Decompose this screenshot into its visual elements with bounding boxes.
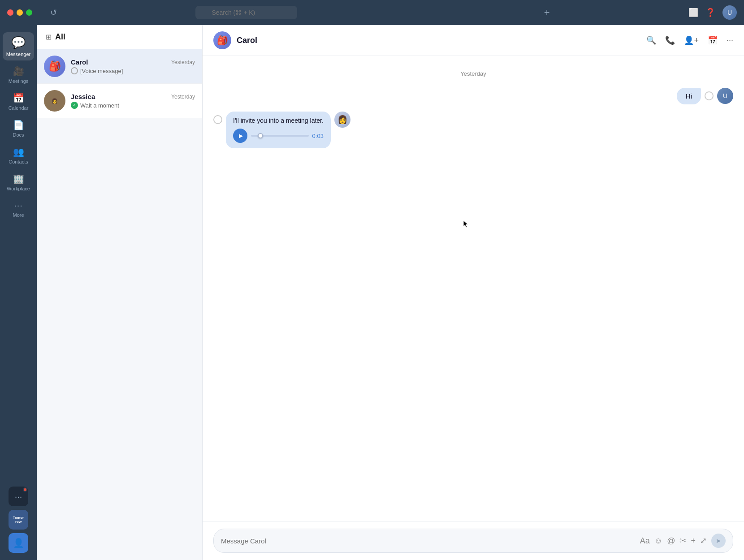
jessica-name: Jessica <box>71 93 95 100</box>
conv-header: ⊞ All <box>37 25 202 49</box>
profile-bottom-button[interactable]: 👤 <box>9 533 28 553</box>
send-icon: ➤ <box>716 537 721 544</box>
tomorrow-button[interactable]: Tomor row <box>9 510 28 530</box>
carol-avatar-icon: 🎒 <box>49 60 61 72</box>
hi-radio <box>705 91 714 100</box>
sidebar-bottom: ··· Tomor row 👤 <box>9 487 28 553</box>
carol-preview: [Voice message] <box>71 67 195 74</box>
sidebar-item-contacts[interactable]: 👥 Contacts <box>3 143 34 168</box>
conv-header-title: All <box>55 32 65 42</box>
voice-bubble: I'll invite you into a meeting later. ▶ … <box>226 112 331 148</box>
jessica-preview-text: Wait a moment <box>80 102 119 109</box>
screen-share-icon[interactable]: ⬜ <box>688 8 698 17</box>
messages-area: Yesterday U Hi I'll invite you into a me… <box>203 56 744 521</box>
chat-badge-wrap: ··· <box>9 487 28 506</box>
jessica-info: Jessica Yesterday ✓ Wait a moment <box>71 93 195 109</box>
carol-preview-text: [Voice message] <box>80 68 123 74</box>
message-input[interactable] <box>221 537 636 545</box>
calendar-chat-icon[interactable]: 📅 <box>708 35 718 45</box>
play-icon: ▶ <box>239 133 243 139</box>
close-button[interactable] <box>7 9 13 16</box>
more-icon: ··· <box>14 200 23 211</box>
minimize-button[interactable] <box>17 9 23 16</box>
main-layout: 💬 Messenger 🎥 Meetings 📅 Calendar 📄 Docs… <box>0 25 744 560</box>
date-divider: Yesterday <box>213 70 733 77</box>
messenger-icon: 💬 <box>11 36 26 50</box>
jessica-preview: ✓ Wait a moment <box>71 102 195 109</box>
workplace-icon: 🏢 <box>13 173 24 184</box>
docs-icon: 📄 <box>13 120 24 130</box>
chat-dots-icon: ··· <box>15 491 22 502</box>
carol-top: Carol Yesterday <box>71 58 195 66</box>
search-input[interactable] <box>195 6 297 19</box>
maximize-button[interactable] <box>26 9 32 16</box>
tomorrow-label2: row <box>15 520 22 524</box>
add-button[interactable]: + <box>544 7 550 18</box>
voice-player: ▶ 0:03 <box>233 129 324 143</box>
chat-area: 🎒 Carol 🔍 📞 👤+ 📅 ··· Yesterday U Hi <box>203 25 744 560</box>
profile-icon: 👤 <box>13 538 24 548</box>
carol-msg-avatar: 👩 <box>334 112 350 128</box>
message-row-voice: I'll invite you into a meeting later. ▶ … <box>213 112 733 148</box>
chat-header-actions: 🔍 📞 👤+ 📅 ··· <box>646 35 733 45</box>
voice-bubble-text: I'll invite you into a meeting later. <box>233 117 324 124</box>
conv-item-jessica[interactable]: 👩 Jessica Yesterday ✓ Wait a moment <box>37 84 202 118</box>
more-options-icon[interactable]: ··· <box>727 36 733 45</box>
sidebar-item-more[interactable]: ··· More <box>3 197 34 221</box>
tomorrow-label: Tomor <box>13 516 24 520</box>
sidebar-item-meetings[interactable]: 🎥 Meetings <box>3 62 34 87</box>
carol-avatar: 🎒 <box>44 56 65 77</box>
voice-progress-thumb <box>258 133 263 138</box>
voice-radio <box>213 115 222 124</box>
conv-item-carol[interactable]: 🎒 Carol Yesterday [Voice message] <box>37 49 202 84</box>
notification-badge <box>23 487 27 492</box>
help-icon[interactable]: ❓ <box>705 8 715 17</box>
emoji-icon[interactable]: ☺ <box>654 536 662 546</box>
chat-contact-avatar: 🎒 <box>213 31 231 49</box>
titlebar-right: ⬜ ❓ U <box>688 5 737 20</box>
search-wrap: 🔍 <box>195 6 402 19</box>
play-button[interactable]: ▶ <box>233 129 247 143</box>
history-icon[interactable]: ↺ <box>50 8 57 17</box>
titlebar: ↺ 🔍 + ⬜ ❓ U <box>0 0 744 25</box>
filter-icon: ⊞ <box>46 33 52 41</box>
message-row-hi: U Hi <box>213 88 733 104</box>
conversation-list: ⊞ All 🎒 Carol Yesterday [Voice message] <box>37 25 203 560</box>
carol-voice-radio <box>71 67 78 74</box>
carol-info: Carol Yesterday [Voice message] <box>71 58 195 74</box>
sidebar-label-workplace: Workplace <box>7 186 30 191</box>
calendar-icon: 📅 <box>13 93 24 103</box>
user-avatar[interactable]: U <box>722 5 737 20</box>
add-attachment-icon[interactable]: + <box>691 536 696 546</box>
send-button[interactable]: ➤ <box>711 534 726 548</box>
phone-icon[interactable]: 📞 <box>665 35 675 45</box>
sidebar: 💬 Messenger 🎥 Meetings 📅 Calendar 📄 Docs… <box>0 25 37 560</box>
search-in-chat-icon[interactable]: 🔍 <box>646 35 656 45</box>
sidebar-item-docs[interactable]: 📄 Docs <box>3 116 34 141</box>
sidebar-label-messenger: Messenger <box>6 52 30 57</box>
voice-time: 0:03 <box>312 133 324 139</box>
traffic-lights <box>7 9 32 16</box>
jessica-time: Yesterday <box>171 94 195 100</box>
voice-progress-bar[interactable] <box>251 135 309 137</box>
expand-icon[interactable]: ⤢ <box>700 536 707 546</box>
message-input-wrap: Aa ☺ @ ✂ + ⤢ ➤ <box>203 521 744 560</box>
sidebar-item-messenger[interactable]: 💬 Messenger <box>3 32 34 60</box>
tools-icon[interactable]: ✂ <box>679 536 686 546</box>
jessica-status-icon: ✓ <box>71 102 78 109</box>
sidebar-item-workplace[interactable]: 🏢 Workplace <box>3 170 34 195</box>
contacts-icon: 👥 <box>13 146 24 157</box>
meetings-icon: 🎥 <box>13 66 24 77</box>
message-input-box: Aa ☺ @ ✂ + ⤢ ➤ <box>213 529 733 553</box>
carol-name: Carol <box>71 58 88 66</box>
chat-contact-name: Carol <box>237 36 257 45</box>
add-person-icon[interactable]: 👤+ <box>684 35 699 45</box>
sidebar-label-docs: Docs <box>13 132 24 138</box>
sidebar-label-calendar: Calendar <box>9 105 29 111</box>
sidebar-item-calendar[interactable]: 📅 Calendar <box>3 89 34 114</box>
font-size-icon[interactable]: Aa <box>640 536 650 546</box>
mention-icon[interactable]: @ <box>667 536 675 546</box>
sidebar-label-more: More <box>13 212 24 218</box>
outgoing-avatar: U <box>717 88 733 104</box>
jessica-top: Jessica Yesterday <box>71 93 195 100</box>
